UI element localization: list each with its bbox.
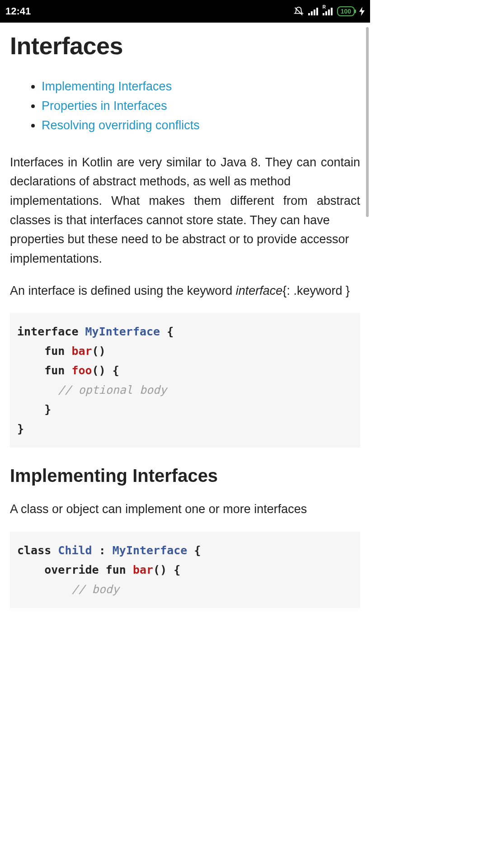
code-keyword: fun: [44, 364, 65, 377]
code-comment: // optional body: [58, 383, 167, 396]
mute-icon: [294, 6, 304, 16]
code-keyword: class: [17, 544, 51, 557]
svg-rect-3: [314, 9, 315, 15]
toc-link-implementing[interactable]: Implementing Interfaces: [42, 80, 172, 93]
code-type: MyInterface: [113, 544, 188, 557]
code-punct: {: [113, 364, 119, 377]
toc-link-properties[interactable]: Properties in Interfaces: [42, 99, 167, 113]
svg-rect-8: [331, 8, 333, 15]
keyword-italic: interface: [236, 284, 283, 297]
definition-paragraph: An interface is defined using the keywor…: [10, 281, 360, 301]
implementing-paragraph: A class or object can implement one or m…: [10, 500, 360, 519]
svg-rect-5: [323, 13, 324, 15]
para-text: properties but these need to be abstract…: [10, 232, 349, 265]
code-punct: :: [99, 544, 106, 557]
code-function: bar: [71, 344, 92, 358]
code-keyword: interface: [17, 325, 78, 338]
code-keyword: fun: [44, 344, 65, 358]
svg-rect-1: [308, 13, 310, 15]
code-keyword: fun: [106, 563, 126, 576]
para-text: An interface is defined using the keywor…: [10, 284, 236, 297]
code-punct: (): [153, 563, 167, 576]
charging-icon: [359, 7, 365, 16]
status-time: 12:41: [5, 5, 31, 17]
code-punct: {: [194, 544, 201, 557]
section-heading-implementing: Implementing Interfaces: [10, 466, 360, 486]
code-punct: {: [167, 325, 174, 338]
svg-rect-6: [325, 11, 327, 15]
para-text: {: .keyword }: [282, 284, 350, 297]
para-text: implementations. What makes them differe…: [10, 194, 360, 227]
page-title: Interfaces: [10, 32, 360, 60]
svg-rect-7: [328, 9, 330, 15]
battery-icon: 100: [337, 6, 355, 16]
roaming-label: R: [323, 5, 326, 9]
code-block-child: class Child : MyInterface { override fun…: [10, 532, 360, 608]
code-type: Child: [58, 544, 92, 557]
intro-paragraph: Interfaces in Kotlin are very similar to…: [10, 153, 360, 191]
code-punct: }: [17, 422, 24, 435]
intro-paragraph-3: properties but these need to be abstract…: [10, 230, 360, 268]
code-punct: }: [44, 403, 51, 416]
intro-paragraph-2: implementations. What makes them differe…: [10, 191, 360, 230]
toc-link-resolving[interactable]: Resolving overriding conflicts: [42, 118, 200, 132]
toc-item: Properties in Interfaces: [42, 96, 360, 116]
status-bar: 12:41 R 100: [0, 0, 370, 23]
code-punct: {: [174, 563, 180, 576]
code-punct: (): [92, 344, 106, 358]
toc-item: Resolving overriding conflicts: [42, 116, 360, 135]
toc-item: Implementing Interfaces: [42, 77, 360, 96]
code-punct: (): [92, 364, 106, 377]
code-block-interface: interface MyInterface { fun bar() fun fo…: [10, 313, 360, 448]
table-of-contents: Implementing Interfaces Properties in In…: [10, 77, 360, 136]
code-function: bar: [133, 563, 153, 576]
para-text: Interfaces in Kotlin are very similar to…: [10, 156, 360, 189]
code-function: foo: [71, 364, 92, 377]
status-right: R 100: [294, 6, 365, 16]
code-type: MyInterface: [85, 325, 160, 338]
scrollbar[interactable]: [366, 27, 369, 217]
svg-rect-4: [316, 8, 318, 15]
document-content[interactable]: Interfaces Implementing Interfaces Prope…: [0, 23, 370, 608]
code-comment: // body: [71, 583, 119, 596]
svg-rect-2: [311, 11, 313, 15]
code-keyword: override: [44, 563, 99, 576]
signal-icon: [308, 7, 318, 15]
signal-roaming-icon: R: [323, 7, 333, 15]
